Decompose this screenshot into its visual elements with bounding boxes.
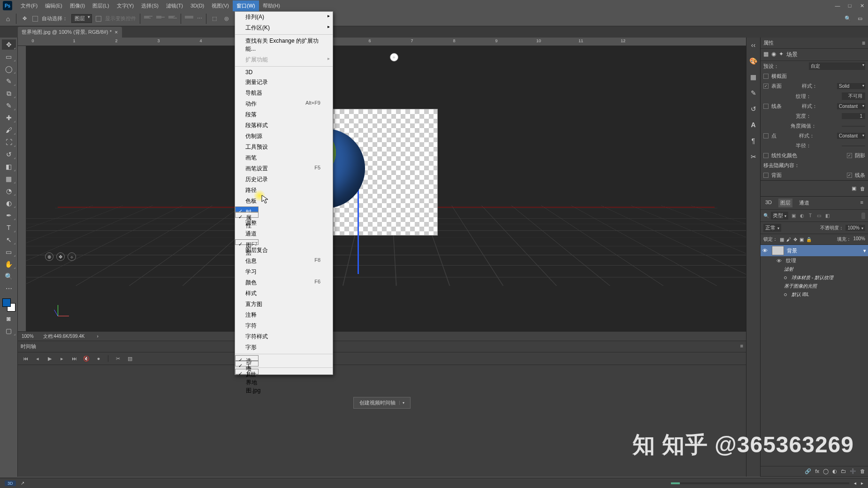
layer-style-icon[interactable]: fx — [815, 468, 819, 474]
window-close[interactable]: ✕ — [856, 1, 868, 11]
menu-edit[interactable]: 编辑(E) — [41, 0, 66, 11]
move-tool-icon[interactable]: ✥ — [20, 15, 29, 23]
zoom-level[interactable]: 100% — [22, 334, 34, 339]
menu-view[interactable]: 视图(V) — [208, 0, 233, 11]
menu-file[interactable]: 文件(F) — [17, 0, 41, 11]
edit-toolbar[interactable]: ⋯ — [2, 283, 16, 294]
filter-smart-icon[interactable]: ◧ — [824, 213, 830, 219]
eraser-tool[interactable]: ◧ — [2, 161, 16, 172]
link-layers-icon[interactable]: 🔗 — [805, 468, 811, 474]
workspace-icon[interactable]: ▭ — [856, 15, 864, 23]
menu-item-tools[interactable]: 工具 — [235, 361, 259, 366]
quick-select-tool[interactable]: ✎ — [2, 76, 16, 86]
next-frame-icon[interactable]: ▸ — [58, 356, 66, 362]
preset-dropdown[interactable]: 自定 — [809, 62, 865, 70]
brush-tool[interactable]: 🖌 — [2, 125, 16, 135]
character-panel-icon[interactable]: A — [751, 120, 755, 130]
3d-viewport[interactable]: ☀ ⊕✥⟐ — [26, 46, 746, 331]
type-tool[interactable]: T — [2, 222, 16, 233]
3d-mode-icon[interactable]: ⬚ — [210, 15, 219, 23]
layers-panel-menu-icon[interactable]: ≡ — [859, 198, 865, 207]
lines-checkbox[interactable] — [763, 104, 769, 109]
home-icon[interactable]: ⌂ — [4, 15, 12, 23]
close-tab-icon[interactable]: ✕ — [114, 30, 118, 35]
menu-item-styles[interactable]: 样式 — [235, 288, 333, 299]
menu-item-options[interactable]: 选项 — [235, 355, 259, 361]
window-minimize[interactable]: — — [831, 1, 844, 11]
points-radius-value[interactable] — [842, 145, 865, 146]
menu-item-histogram[interactable]: 直方图 — [235, 299, 333, 310]
menu-item-measurement[interactable]: 测量记录 — [235, 77, 333, 88]
menu-item-paths[interactable]: 路径 — [235, 185, 333, 196]
prev-frame-icon[interactable]: ◂ — [34, 356, 41, 362]
layer-name[interactable]: 背景 — [787, 247, 797, 254]
lines2-checkbox[interactable] — [847, 173, 852, 178]
render-icon[interactable]: ▣ — [852, 185, 856, 191]
menu-item-brush-settings[interactable]: 画笔设置F5 — [235, 163, 333, 174]
progress-next-icon[interactable]: ▸ — [861, 480, 863, 486]
tab-3d[interactable]: 3D — [763, 198, 774, 207]
transform-controls-checkbox[interactable] — [96, 16, 101, 22]
backface-checkbox[interactable] — [763, 173, 769, 178]
auto-select-checkbox[interactable] — [32, 16, 38, 22]
fill-value[interactable]: 100% — [853, 236, 865, 243]
light-gizmo[interactable]: ☀ — [390, 53, 398, 61]
layer-row[interactable]: 默认 IBL — [761, 290, 868, 299]
menu-item-adjustments[interactable]: 调整 — [235, 218, 333, 229]
lock-artboard-icon[interactable]: ▣ — [799, 237, 804, 242]
layer-row[interactable]: 基于图像的光照 — [761, 282, 868, 290]
eyedropper-tool[interactable]: ✎ — [2, 100, 16, 111]
menu-help[interactable]: 帮助(H) — [259, 0, 284, 11]
menu-item-glyphs[interactable]: 字形 — [235, 342, 333, 353]
crosssection-checkbox[interactable] — [763, 74, 769, 79]
auto-select-dropdown[interactable]: 图层 — [71, 14, 92, 23]
layer-mask-icon[interactable]: ◯ — [823, 468, 829, 474]
color-swatch[interactable] — [2, 298, 15, 312]
lock-image-icon[interactable]: 🖌 — [786, 237, 791, 242]
menu-item-paragraph[interactable]: 段落 — [235, 109, 333, 120]
points-checkbox[interactable] — [763, 133, 769, 138]
sync-icon[interactable]: ↗ — [21, 480, 24, 486]
menu-select[interactable]: 选择(S) — [137, 0, 162, 11]
color-panel-icon[interactable]: 🎨 — [749, 56, 757, 66]
menu-3d[interactable]: 3D(D) — [187, 1, 208, 10]
menu-item-color[interactable]: 颜色F6 — [235, 277, 333, 288]
layer-thumbnail[interactable] — [772, 246, 784, 255]
menu-item-learn[interactable]: 学习 — [235, 267, 333, 277]
history-brush-tool[interactable]: ↺ — [2, 149, 16, 160]
new-layer-icon[interactable]: ➕ — [850, 468, 856, 474]
filter-shape-icon[interactable]: ▭ — [815, 213, 822, 219]
menu-item-info[interactable]: 信息F8 — [235, 256, 333, 267]
move-tool[interactable]: ✥ — [2, 39, 16, 50]
filter-toggle[interactable] — [861, 213, 865, 219]
layer-name[interactable]: 滤射 — [784, 266, 793, 273]
gradient-tool[interactable]: ▦ — [2, 174, 16, 184]
menu-item-swatches[interactable]: 色板 — [235, 196, 333, 206]
layer-name[interactable]: 基于图像的光照 — [784, 283, 817, 290]
menu-item-arrange[interactable]: 排列(A) — [235, 12, 333, 23]
align-top-icon[interactable] — [144, 16, 152, 22]
shape-tool[interactable]: ▭ — [2, 247, 16, 257]
search-icon[interactable]: 🔍 — [844, 15, 852, 23]
goto-first-frame-icon[interactable]: ⏮ — [22, 356, 29, 361]
menu-item-layers[interactable]: 图层F7 — [235, 239, 259, 245]
loop-icon[interactable]: ● — [95, 356, 102, 361]
menu-item-tool-presets[interactable]: 工具预设 — [235, 142, 333, 152]
transition-icon[interactable]: ▧ — [126, 356, 134, 362]
menu-window[interactable]: 窗口(W) — [233, 0, 259, 11]
menu-item-channels[interactable]: 通道 — [235, 229, 333, 239]
layer-row[interactable]: 滤射 — [761, 265, 868, 274]
play-icon[interactable]: ▶ — [46, 356, 53, 362]
screen-mode-tool[interactable]: ▢ — [2, 326, 16, 336]
tab-channels[interactable]: 通道 — [797, 198, 811, 207]
filter-adjustment-icon[interactable]: ◐ — [799, 213, 805, 219]
align-left-icon[interactable] — [185, 16, 193, 22]
create-timeline-dropdown-icon[interactable]: ▾ — [399, 401, 404, 405]
document-tab[interactable]: 世界地图.jpg @ 100% (背景, RGB/8#) * ✕ — [18, 27, 122, 38]
marquee-tool[interactable]: ▭ — [2, 52, 16, 62]
new-fill-icon[interactable]: ◐ — [832, 468, 837, 474]
lasso-tool[interactable]: ◯ — [2, 64, 16, 74]
delete-icon[interactable]: 🗑 — [860, 186, 865, 191]
lines-style-dropdown[interactable]: Constant — [837, 103, 865, 109]
history-panel-icon[interactable]: ↺ — [751, 104, 756, 114]
